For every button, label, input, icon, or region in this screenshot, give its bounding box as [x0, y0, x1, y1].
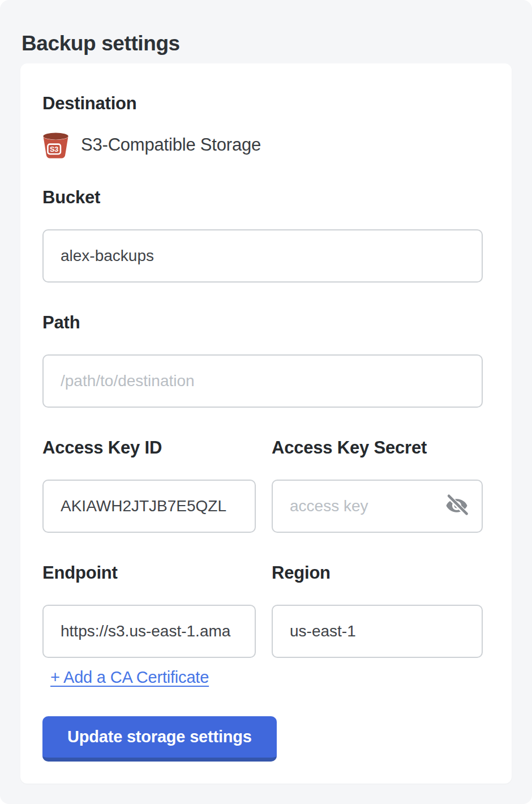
- destination-value: S3-Compatible Storage: [81, 135, 261, 155]
- access-key-id-label: Access Key ID: [42, 437, 256, 459]
- bucket-label: Bucket: [42, 187, 483, 208]
- path-input[interactable]: [42, 354, 483, 408]
- endpoint-label: Endpoint: [42, 562, 256, 584]
- backup-settings-panel: Backup settings Destination S3 S3-Compat…: [0, 0, 532, 804]
- access-key-secret-field: [272, 459, 483, 533]
- access-key-id-input[interactable]: [42, 480, 256, 533]
- destination-value-row: S3 S3-Compatible Storage: [42, 131, 483, 159]
- page-title: Backup settings: [22, 32, 180, 55]
- s3-bucket-icon: S3: [42, 132, 69, 159]
- toggle-secret-visibility-button[interactable]: [443, 492, 470, 519]
- svg-text:S3: S3: [50, 145, 59, 153]
- update-storage-settings-button[interactable]: Update storage settings: [42, 716, 277, 762]
- endpoint-input[interactable]: [42, 605, 256, 658]
- bucket-input[interactable]: [42, 229, 483, 283]
- eye-off-icon: [444, 493, 469, 518]
- region-input[interactable]: [272, 605, 483, 658]
- region-label: Region: [272, 562, 483, 584]
- access-key-secret-label: Access Key Secret: [272, 437, 483, 459]
- path-label: Path: [42, 312, 483, 333]
- destination-label: Destination: [42, 93, 483, 114]
- storage-settings-card: Destination S3 S3-Compatible Storage Buc…: [20, 63, 512, 784]
- add-ca-certificate-link[interactable]: + Add a CA Certificate: [50, 668, 209, 687]
